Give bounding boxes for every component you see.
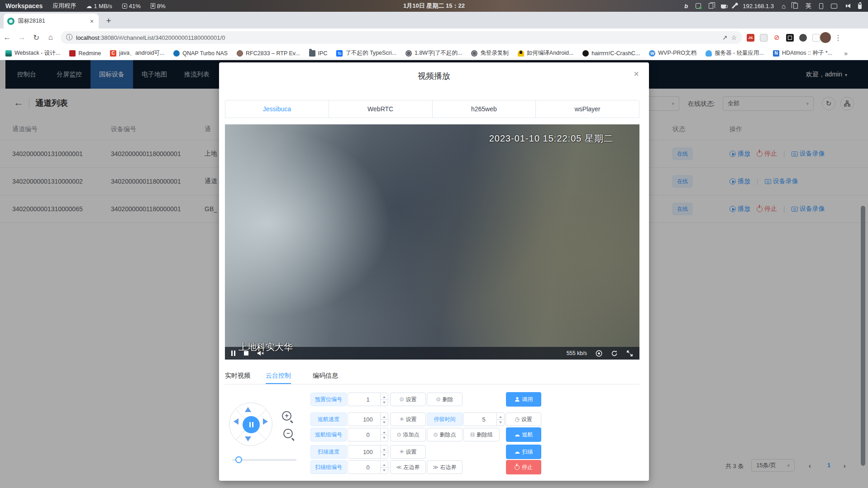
bookmark-rfc2833[interactable]: RFC2833 – RTP Ev... [237, 50, 300, 57]
notes-extension-icon[interactable] [812, 34, 820, 42]
tab-ptz-control[interactable]: 云台控制 [266, 370, 291, 384]
number-spinner[interactable] [380, 461, 388, 474]
ptz-up-arrow-icon[interactable] [245, 407, 251, 412]
bookmark-star-icon[interactable]: ☆ [731, 34, 737, 41]
tab-jessibuca[interactable]: Jessibuca [225, 100, 329, 118]
snapshot-icon[interactable] [596, 350, 602, 357]
home-button[interactable]: ⌂ [43, 33, 58, 42]
right-boundary-button[interactable]: ≫右边界 [427, 460, 463, 474]
ptz-left-arrow-icon[interactable] [234, 418, 238, 425]
bookmark-github[interactable]: hairrrrr/C-CrashC... [582, 50, 640, 57]
tab-webrtc[interactable]: WebRTC [329, 100, 433, 118]
clock[interactable]: 1月10日 星期二 15：22 [403, 2, 465, 10]
screenshot-extension-icon[interactable] [786, 34, 794, 42]
workspaces-tray-icon[interactable] [793, 3, 798, 9]
bookmark-wvp[interactable]: WWVP-PRO文档 [649, 49, 696, 57]
network-speed-indicator[interactable]: ☁ 1 MB/s [86, 3, 112, 9]
delete-point-button[interactable]: ⊙删除点 [427, 428, 463, 441]
app-indicator-icon[interactable] [696, 3, 701, 9]
tab-live-video[interactable]: 实时视频 [225, 370, 250, 384]
browser-menu-icon[interactable]: ⋮ [835, 33, 842, 42]
spinner-down-icon[interactable] [381, 467, 388, 474]
tool-tray-icon[interactable] [732, 3, 737, 8]
bookmarks-overflow-icon[interactable]: » [844, 50, 848, 57]
back-button[interactable]: ← [0, 33, 14, 42]
cpu-indicator[interactable]: 41% [122, 3, 141, 9]
bookmark-qnap[interactable]: QNAP Turbo NAS [173, 50, 228, 57]
spinner-down-icon[interactable] [381, 399, 388, 406]
spinner-up-icon[interactable] [381, 445, 388, 452]
spinner-down-icon[interactable] [381, 435, 388, 441]
phone-tray-icon[interactable] [819, 3, 823, 9]
fullscreen-icon[interactable] [626, 350, 633, 357]
bookmark-redmine[interactable]: Redmine [69, 50, 101, 57]
bookmark-ipc[interactable]: IPC [309, 50, 328, 57]
browser-tab[interactable]: 国标28181 × [4, 14, 99, 28]
ptz-stop-pause-button[interactable] [243, 416, 260, 433]
bookmark-android[interactable]: 如何编译Android... [518, 49, 574, 57]
js-extension-icon[interactable]: JS [747, 34, 754, 42]
refresh-icon[interactable] [611, 350, 618, 357]
adblock-extension-icon[interactable]: ⊘ [773, 34, 781, 42]
new-tab-button[interactable]: + [103, 16, 114, 26]
share-icon[interactable]: ↗ [722, 34, 728, 41]
stay-time-set-button[interactable]: ◷设置 [506, 412, 541, 426]
spinner-up-icon[interactable] [381, 428, 388, 435]
applications-menu[interactable]: 应用程序 [52, 2, 76, 10]
extensions-puzzle-icon[interactable] [799, 34, 807, 42]
spinner-down-icon[interactable] [381, 419, 388, 426]
preset-set-button[interactable]: ⊙设置 [390, 393, 426, 406]
stay-time-input[interactable]: 5 [463, 412, 505, 426]
memory-indicator[interactable]: 8% [151, 3, 166, 9]
scan-group-input[interactable]: 0 [348, 460, 388, 474]
scan-speed-input[interactable]: 100 [348, 445, 388, 459]
bookmark-server[interactable]: 服务器 - 轻量应用... [706, 49, 764, 57]
zoom-out-icon[interactable]: − [283, 429, 293, 438]
ptz-speed-slider[interactable] [232, 459, 296, 461]
cruise-button[interactable]: ☁巡航 [506, 427, 541, 442]
tab-wsplayer[interactable]: wsPlayer [536, 100, 639, 118]
bing-tray-icon[interactable]: b [684, 3, 688, 9]
volume-tray-icon[interactable] [845, 4, 850, 8]
ptz-down-arrow-icon[interactable] [245, 436, 251, 441]
spinner-up-icon[interactable] [497, 413, 504, 419]
bookmark-hdatmos[interactable]: NHDAtmos :: 种子 *... [773, 49, 832, 57]
number-spinner[interactable] [380, 393, 388, 406]
profile-avatar[interactable] [820, 32, 831, 43]
address-bar[interactable]: ⓘ localhost:38080/#/channelList/34020000… [61, 31, 742, 44]
preset-number-input[interactable]: 1 [348, 393, 388, 406]
caffeine-tray-icon[interactable] [721, 5, 726, 9]
cruise-group-input[interactable]: 0 [348, 428, 388, 441]
cruise-speed-set-button[interactable]: ✳设置 [390, 412, 426, 426]
ptz-direction-pad[interactable] [229, 403, 272, 446]
ptz-right-arrow-icon[interactable] [263, 418, 268, 425]
bookmark-typescript[interactable]: 知了不起的 TypeScri... [336, 49, 396, 57]
left-boundary-button[interactable]: ≪左边界 [390, 460, 426, 474]
number-spinner[interactable] [380, 413, 388, 426]
ip-address[interactable]: 192.168.1.3 [743, 3, 774, 9]
spinner-down-icon[interactable] [497, 419, 504, 426]
workspaces-button[interactable]: Workspaces [5, 2, 43, 9]
bookmark-copy[interactable]: 免登录复制 [471, 49, 509, 57]
battery-icon[interactable] [858, 3, 862, 9]
pause-icon[interactable] [231, 351, 235, 356]
video-player[interactable]: 2023-01-10 15:22:05 星期二 上地科实大华 555 kb/s [225, 124, 639, 360]
bookmark-webstack[interactable]: Webstack - 设计... [5, 49, 60, 57]
mask-extension-icon[interactable] [760, 34, 768, 42]
spinner-down-icon[interactable] [381, 452, 388, 458]
number-spinner[interactable] [496, 413, 504, 426]
bookmark-java[interactable]: Cjava、android可... [110, 49, 164, 57]
delete-group-button[interactable]: ⊟删除组 [463, 428, 500, 441]
spinner-up-icon[interactable] [381, 461, 388, 467]
clipboard-tray-icon[interactable] [709, 3, 713, 9]
spinner-up-icon[interactable] [381, 393, 388, 399]
preset-delete-button[interactable]: ⊙删除 [427, 393, 463, 406]
preset-call-button[interactable]: 调用 [506, 392, 541, 407]
site-info-icon[interactable]: ⓘ [66, 33, 72, 42]
zoom-in-icon[interactable]: + [282, 411, 291, 421]
add-point-button[interactable]: ⊙添加点 [390, 428, 426, 441]
stop-button[interactable]: 停止 [506, 460, 541, 474]
number-spinner[interactable] [380, 445, 388, 458]
tab-codec-info[interactable]: 编码信息 [313, 370, 338, 384]
input-method-indicator[interactable]: 英 [806, 2, 811, 10]
